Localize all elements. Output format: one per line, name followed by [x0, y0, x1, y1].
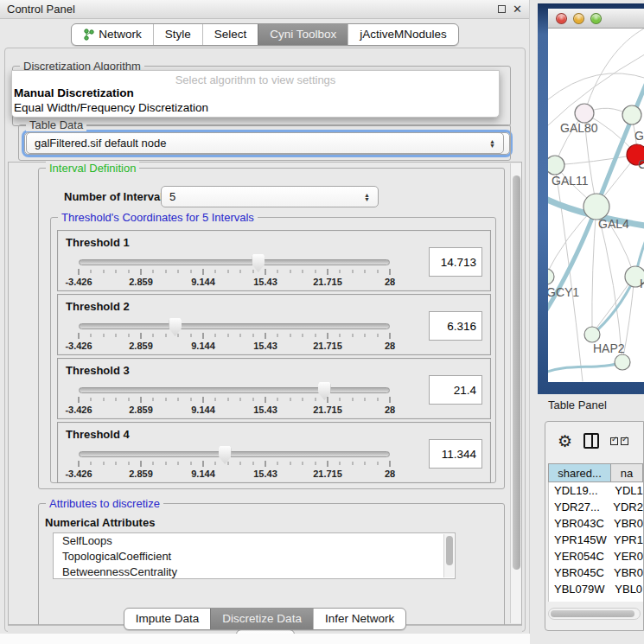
control-panel-titlebar: Control Panel ✕ — [0, 0, 529, 19]
tab-label: Cyni Toolbox — [270, 28, 336, 41]
slider-tick — [390, 461, 391, 467]
GCY1-node[interactable] — [548, 269, 554, 284]
slider-tick — [141, 461, 142, 467]
table-data-combobox[interactable]: galFiltered.sif default node ▲▼ — [26, 132, 504, 154]
threshold-slider[interactable] — [79, 451, 390, 457]
slider-tick — [91, 334, 92, 337]
combo-stepper-icon: ▲▼ — [489, 139, 495, 148]
slider-scale-label: 2.859 — [129, 405, 153, 415]
slider-tick — [190, 462, 191, 465]
threshold-slider[interactable] — [79, 259, 390, 265]
algorithm-option[interactable]: Manual Discretization — [12, 86, 499, 101]
close-button[interactable] — [556, 13, 567, 24]
slider-track — [79, 323, 390, 329]
gear-icon[interactable]: ⚙ — [558, 433, 572, 450]
column-header-shared[interactable]: shared... — [548, 463, 611, 482]
slider-tick — [141, 397, 142, 403]
slider-tick — [290, 270, 290, 273]
threshold-slider[interactable] — [79, 387, 390, 393]
network-edge[interactable] — [584, 29, 644, 113]
table-horizontal-scrollbar[interactable] — [548, 608, 641, 620]
HAP2-node[interactable] — [584, 327, 600, 342]
threshold-value-field[interactable]: 14.713 — [429, 247, 482, 277]
GAL4-node[interactable] — [583, 194, 609, 220]
tab-impute-data[interactable]: Impute Data — [124, 609, 211, 629]
zoom-button[interactable] — [590, 13, 602, 24]
unnamed-node-bottom[interactable] — [615, 354, 630, 370]
slider-tick — [116, 334, 117, 337]
network-edge[interactable] — [592, 206, 596, 334]
slider-tick — [265, 333, 266, 339]
slider-tick — [328, 461, 328, 467]
tab-network[interactable]: Network — [72, 24, 153, 45]
attribute-item[interactable]: BetweennessCentrality — [54, 564, 455, 579]
tab-infer-network[interactable]: Infer Network — [313, 609, 405, 629]
algorithm-option[interactable]: Equal Width/Frequency Discretization — [12, 101, 499, 116]
tab-select[interactable]: Select — [202, 24, 258, 45]
network-edge[interactable] — [548, 73, 644, 99]
network-edge[interactable] — [548, 362, 622, 374]
slider-scale-label: 28 — [385, 341, 395, 351]
checkbox-icon — [610, 437, 618, 445]
table-row[interactable]: YDL19...YDL1 — [549, 482, 643, 499]
slider-track — [79, 387, 390, 393]
slider-scale-label: 28 — [385, 277, 395, 287]
close-panel-icon[interactable]: ✕ — [513, 3, 522, 15]
columns-icon[interactable] — [583, 433, 599, 449]
network-graph: GAL80GACGAL11GAL4GCY1HHAP2 — [548, 29, 644, 382]
minimize-button[interactable] — [573, 13, 584, 24]
cell-name: YBR0 — [610, 564, 643, 581]
slider-scale: -3.4262.8599.14415.4321.71528 — [79, 405, 390, 415]
slider-tick — [315, 462, 316, 465]
threshold-label: Threshold 4 — [66, 428, 130, 441]
tab-jactivemnodules[interactable]: jActiveMNodules — [348, 24, 458, 45]
slider-tick — [377, 462, 378, 465]
tab-style[interactable]: Style — [153, 24, 202, 45]
slider-tick — [79, 461, 80, 467]
float-window-icon[interactable] — [498, 4, 506, 15]
slider-tick — [290, 462, 290, 465]
network-edge[interactable] — [555, 155, 637, 165]
table-data-group: Table Data galFiltered.sif default node … — [18, 124, 511, 161]
settings-scrollbar[interactable] — [510, 163, 521, 623]
checkbox-group-icon[interactable] — [610, 437, 628, 445]
attribute-item[interactable]: TopologicalCoefficient — [54, 549, 455, 564]
table-row[interactable]: YPR145WYPR1 — [549, 532, 643, 548]
GAL80-node[interactable] — [575, 104, 594, 123]
slider-scale-label: 15.43 — [253, 469, 277, 479]
slider-tick — [240, 462, 241, 465]
table-row[interactable]: YDR27...YDR2 — [549, 499, 643, 515]
slider-ticks — [79, 397, 390, 404]
threshold-slider[interactable] — [79, 323, 390, 329]
unnamed-node-top[interactable] — [622, 105, 641, 124]
slider-tick — [377, 270, 378, 273]
threshold-value-field[interactable]: 6.316 — [429, 311, 482, 341]
attributes-list-scrollbar[interactable] — [443, 534, 454, 577]
table-row[interactable]: YLR345WYLR3 — [549, 597, 643, 602]
column-header-name[interactable]: na — [611, 463, 643, 482]
slider-tick — [365, 270, 366, 273]
tab-cyni-toolbox[interactable]: Cyni Toolbox — [258, 24, 348, 45]
slider-tick — [190, 270, 191, 273]
table-row[interactable]: YBR043CYBR0 — [549, 515, 643, 532]
network-canvas[interactable]: GAL80GACGAL11GAL4GCY1HHAP2 — [548, 29, 644, 382]
tab-discretize-data[interactable]: Discretize Data — [210, 609, 313, 629]
node-label: GAL4 — [598, 217, 629, 231]
slider-tick — [340, 462, 341, 465]
table-row[interactable]: YER054CYER0 — [549, 548, 643, 564]
table-row[interactable]: YBR045CYBR0 — [549, 564, 643, 581]
threshold-value-field[interactable]: 21.4 — [429, 375, 482, 405]
GAL11-node[interactable] — [548, 156, 564, 175]
slider-tick — [252, 462, 253, 465]
cell-name: YBR0 — [610, 515, 643, 532]
attribute-item[interactable]: SelfLoops — [54, 533, 455, 549]
table-row[interactable]: YBL079WYBL0 — [549, 581, 643, 597]
numerical-attributes-list[interactable]: SelfLoopsTopologicalCoefficientBetweenne… — [53, 532, 456, 579]
bottom-tab-bar: Impute DataDiscretize DataInfer Network — [0, 608, 530, 630]
threshold-value-field[interactable]: 11.344 — [429, 439, 482, 469]
slider-scale-label: 28 — [385, 469, 395, 479]
table-data-group-title: Table Data — [26, 118, 86, 131]
slider-tick — [340, 398, 341, 401]
slider-tick — [328, 269, 328, 275]
number-of-intervals-combobox[interactable]: 5 ▲▼ — [161, 186, 379, 207]
